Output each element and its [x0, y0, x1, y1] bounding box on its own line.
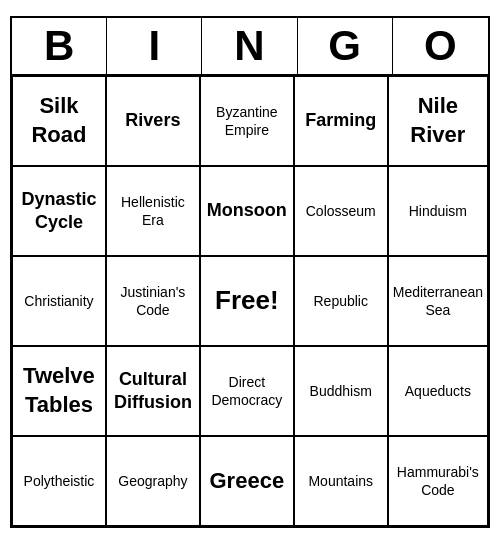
bingo-cell: Greece	[200, 436, 294, 526]
header-letter: O	[393, 18, 488, 74]
bingo-cell: Twelve Tables	[12, 346, 106, 436]
header-letter: G	[298, 18, 393, 74]
bingo-cell: Nile River	[388, 76, 488, 166]
bingo-cell: Hinduism	[388, 166, 488, 256]
bingo-card: BINGO Silk RoadRiversByzantine EmpireFar…	[10, 16, 490, 528]
bingo-cell: Aqueducts	[388, 346, 488, 436]
bingo-cell: Dynastic Cycle	[12, 166, 106, 256]
header-letter: I	[107, 18, 202, 74]
header-letter: N	[202, 18, 297, 74]
bingo-cell: Silk Road	[12, 76, 106, 166]
bingo-cell: Monsoon	[200, 166, 294, 256]
bingo-cell: Cultural Diffusion	[106, 346, 200, 436]
bingo-cell: Colosseum	[294, 166, 388, 256]
bingo-cell: Mountains	[294, 436, 388, 526]
bingo-cell: Geography	[106, 436, 200, 526]
header-letter: B	[12, 18, 107, 74]
bingo-cell: Republic	[294, 256, 388, 346]
bingo-cell: Byzantine Empire	[200, 76, 294, 166]
bingo-header: BINGO	[12, 18, 488, 76]
bingo-cell: Hellenistic Era	[106, 166, 200, 256]
bingo-cell: Free!	[200, 256, 294, 346]
bingo-cell: Hammurabi's Code	[388, 436, 488, 526]
bingo-cell: Buddhism	[294, 346, 388, 436]
bingo-cell: Rivers	[106, 76, 200, 166]
bingo-cell: Christianity	[12, 256, 106, 346]
bingo-cell: Direct Democracy	[200, 346, 294, 436]
bingo-cell: Polytheistic	[12, 436, 106, 526]
bingo-grid: Silk RoadRiversByzantine EmpireFarmingNi…	[12, 76, 488, 526]
bingo-cell: Mediterranean Sea	[388, 256, 488, 346]
bingo-cell: Farming	[294, 76, 388, 166]
bingo-cell: Justinian's Code	[106, 256, 200, 346]
